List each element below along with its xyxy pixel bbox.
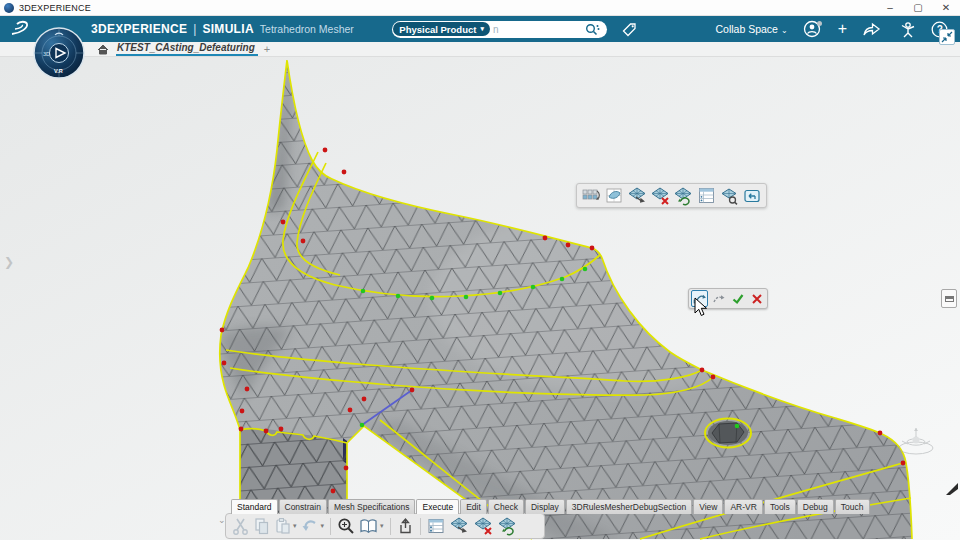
ok-button[interactable] [729, 290, 746, 307]
actionbar-tab-debug[interactable]: Debug [797, 499, 834, 514]
mesh-scene[interactable] [0, 57, 960, 540]
model-tab-bar: KTEST_CAsting_Defeaturing + [0, 42, 960, 57]
surface-mesh-button[interactable] [603, 185, 625, 206]
copy-button[interactable] [253, 517, 270, 535]
tag-icon[interactable] [621, 21, 638, 38]
close-button[interactable]: ✕ [932, 2, 960, 13]
actionbar-tab-tools[interactable]: Tools [764, 499, 796, 514]
people-icon[interactable] [896, 21, 916, 38]
app-header: 3D V.R 3DEXPERIENCE | SIMULIA Tetrahedro… [0, 16, 960, 42]
zoom-button[interactable] [337, 517, 355, 535]
search-scope-dropdown[interactable]: Physical Product ▾ [393, 22, 490, 36]
mesh-hole[interactable] [705, 419, 751, 448]
regenerate-mesh-button[interactable] [672, 185, 694, 206]
undo-button[interactable] [301, 517, 319, 535]
mesh-specs-table-button[interactable] [427, 517, 445, 535]
update-mesh-button[interactable] [626, 185, 648, 206]
inspect-mesh-button[interactable] [718, 185, 740, 206]
search-input[interactable]: n [493, 24, 585, 35]
paste-dropdown-caret[interactable]: ▾ [293, 522, 297, 530]
global-search-bar[interactable]: Physical Product ▾ n [392, 21, 607, 38]
context-toolbar [576, 183, 767, 208]
panel-handle[interactable] [941, 289, 957, 308]
chevron-down-icon: ▾ [480, 25, 484, 33]
toolbar-separator [390, 518, 391, 535]
collapse-viewport-button[interactable] [939, 29, 955, 45]
import-mesh-button[interactable] [580, 185, 602, 206]
swap-edge-button[interactable] [710, 290, 727, 307]
app-title: 3DEXPERIENCE | SIMULIA Tetrahedron Meshe… [91, 22, 354, 36]
share-icon[interactable] [862, 22, 881, 37]
exit-capability-button[interactable] [741, 185, 763, 206]
catalog-dropdown-caret[interactable]: ▾ [380, 522, 384, 530]
mesh-specifications-button[interactable] [695, 185, 717, 206]
regenerate-mesh-tool-button[interactable] [497, 516, 517, 536]
collab-space-dropdown[interactable]: Collab Space⌄ [715, 23, 787, 35]
maximize-button[interactable]: ▢ [904, 2, 932, 13]
home-icon[interactable] [97, 44, 109, 55]
mouse-cursor [694, 297, 709, 318]
delete-mesh-button[interactable] [649, 185, 671, 206]
actionbar-tab-edit[interactable]: Edit [460, 499, 487, 514]
3d-viewport[interactable]: ❯ Standard Constrain Mesh Specifications… [0, 57, 960, 540]
add-content-button[interactable]: + [838, 21, 847, 37]
actionbar-tab-check[interactable]: Check [488, 499, 524, 514]
delete-mesh-tool-button[interactable] [473, 516, 493, 536]
update-mesh-tool-button[interactable] [449, 516, 469, 536]
chevron-down-icon: ⌄ [781, 26, 788, 35]
search-icon[interactable] [585, 23, 600, 36]
notification-badge [817, 21, 822, 26]
actionbar-tab-view[interactable]: View [693, 499, 723, 514]
3d-compass-widget[interactable]: 3D V.R [33, 27, 85, 79]
share-export-button[interactable] [397, 517, 414, 535]
app-module: Tetrahedron Mesher [260, 23, 354, 35]
toolbar-separator [420, 518, 421, 535]
actionbar-tab-3drulesmesherdebugsection[interactable]: 3DRulesMesherDebugSection [566, 499, 692, 514]
screen: { "window": { "title": "3DEXPERIENCE", "… [0, 0, 960, 540]
actionbar-tab-touch[interactable]: Touch [835, 499, 870, 514]
cut-button[interactable] [232, 517, 249, 535]
cancel-button[interactable] [748, 290, 765, 307]
pencil-cursor [944, 481, 960, 497]
new-tab-button[interactable]: + [264, 43, 270, 55]
catalog-browser-button[interactable] [359, 518, 378, 535]
minimize-button[interactable]: – [876, 2, 904, 13]
brand-name: 3DEXPERIENCE [91, 22, 187, 36]
action-bar-tools: ▾ ▾ ▾ [225, 513, 545, 539]
actionbar-tab-constrain[interactable]: Constrain [279, 499, 327, 514]
compass-west-label: 3D [43, 51, 50, 57]
app-icon [4, 3, 14, 13]
dassault-logo-icon [8, 18, 32, 40]
window-titlebar: 3DEXPERIENCE – ▢ ✕ [0, 0, 960, 16]
undo-dropdown-caret[interactable]: ▾ [321, 522, 325, 530]
actionbar-tab-display[interactable]: Display [525, 499, 565, 514]
compass-south-label: V.R [54, 68, 63, 74]
toolbar-separator [330, 518, 331, 535]
actionbar-tab-mesh-specifications[interactable]: Mesh Specifications [328, 499, 416, 514]
user-avatar[interactable] [803, 20, 823, 38]
actionbar-tab-ar-vr[interactable]: AR-VR [724, 499, 762, 514]
window-title: 3DEXPERIENCE [19, 3, 91, 13]
expand-left-panel-button[interactable]: ❯ [4, 255, 14, 269]
model-tab-active[interactable]: KTEST_CAsting_Defeaturing [116, 42, 258, 56]
paste-button[interactable] [274, 517, 291, 535]
actionbar-tab-standard[interactable]: Standard [231, 499, 278, 514]
app-name: SIMULIA [202, 22, 253, 36]
action-bar-tabs: Standard Constrain Mesh Specifications E… [231, 499, 871, 514]
actionbar-tab-execute[interactable]: Execute [416, 499, 459, 514]
